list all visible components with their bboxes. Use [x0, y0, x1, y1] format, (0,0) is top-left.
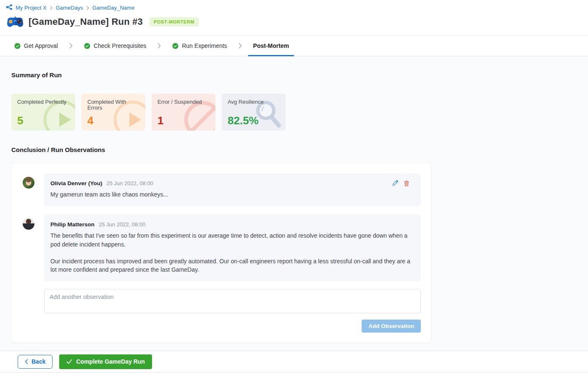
stat-label: Error / Suspended: [158, 99, 210, 115]
comment-card: Olivia Denver (You) 25 Jun 2022, 08:00 M…: [44, 173, 421, 206]
complete-gameday-run-button[interactable]: Complete GameDay Run: [59, 354, 152, 369]
edit-comment-button[interactable]: [392, 180, 399, 186]
summary-heading: Summary of Run: [11, 56, 577, 79]
stat-label: Avg Resilience: [228, 99, 280, 115]
breadcrumb-item-gamedays[interactable]: GameDays: [56, 5, 83, 11]
summary-cards: Completed Perfectly 5 Completed With Err…: [11, 94, 577, 131]
breadcrumb-item-gameday-name[interactable]: GameDay_Name: [92, 5, 134, 11]
breadcrumb-item-project[interactable]: My Project X: [16, 5, 47, 11]
add-observation-input[interactable]: [44, 289, 421, 313]
project-icon: [6, 4, 13, 11]
observations-heading: Conclusion / Run Observations: [11, 146, 577, 153]
step-label: Get Approval: [24, 42, 58, 49]
step-check-prerequisites[interactable]: Check Prerequisites: [84, 36, 146, 56]
title-row: [GameDay_Name] Run #3 POST-MORTERM: [6, 16, 588, 27]
stat-card-avg-resilience: Avg Resilience 82.5%: [222, 94, 286, 131]
chevron-right-icon: [238, 36, 242, 56]
comment-timestamp: 25 Jun 2022, 08:00: [99, 221, 145, 228]
stat-value: 82.5%: [228, 115, 280, 126]
step-label: Post-Mortem: [253, 42, 289, 49]
chevron-left-icon: [25, 359, 28, 364]
comment-row: Olivia Denver (You) 25 Jun 2022, 08:00 M…: [23, 173, 421, 206]
avatar: [23, 218, 34, 230]
page-header: My Project X GameDays GameDay_Name [Game…: [0, 0, 588, 35]
delete-comment-button[interactable]: [404, 180, 410, 186]
comment-row: Philip Matterson 25 Jun 2022, 08:00 The …: [23, 215, 421, 281]
step-label: Check Prerequisites: [94, 42, 146, 49]
stat-card-completed-perfectly: Completed Perfectly 5: [11, 94, 75, 131]
status-badge: POST-MORTERM: [150, 17, 199, 26]
main-content: Summary of Run Completed Perfectly 5 Com…: [0, 56, 588, 351]
chevron-right-icon: [86, 6, 89, 10]
comment-author: Olivia Denver (You): [50, 180, 102, 186]
gamepad-icon: [7, 16, 24, 27]
check-circle-icon: [84, 43, 90, 49]
comment-author: Philip Matterson: [50, 221, 94, 228]
run-stepper: Get Approval Check Prerequisites Run Exp…: [0, 35, 588, 56]
back-button[interactable]: Back: [18, 355, 52, 369]
avatar: [23, 177, 34, 189]
footer-bar: Back Complete GameDay Run: [0, 351, 588, 372]
comment-timestamp: 25 Jun 2022, 08:00: [107, 180, 153, 186]
page-title: [GameDay_Name] Run #3: [29, 16, 143, 27]
chevron-right-icon: [69, 36, 73, 56]
stat-card-error-suspended: Error / Suspended 1: [152, 94, 215, 131]
comment-text: My gamerun team acts like chaos monkeys.…: [50, 190, 415, 199]
chevron-right-icon: [50, 6, 53, 10]
step-label: Run Experiments: [182, 42, 227, 49]
check-circle-icon: [172, 43, 178, 49]
chevron-right-icon: [157, 36, 161, 56]
stat-card-completed-with-errors: Completed With Errors 4: [81, 94, 145, 131]
check-icon: [66, 359, 72, 364]
stat-value: 4: [87, 115, 139, 126]
step-post-mortem[interactable]: Post-Mortem: [253, 36, 289, 56]
observations-panel: Olivia Denver (You) 25 Jun 2022, 08:00 M…: [11, 162, 431, 343]
stat-value: 1: [158, 115, 210, 126]
check-circle-icon: [14, 43, 21, 49]
breadcrumb: My Project X GameDays GameDay_Name: [6, 4, 588, 11]
stat-label: Completed Perfectly: [17, 99, 69, 115]
add-observation-button[interactable]: Add Observation: [362, 320, 421, 333]
comment-text: The benefits that I've seen so far from …: [50, 231, 415, 274]
stat-label: Completed With Errors: [87, 99, 139, 115]
step-run-experiments[interactable]: Run Experiments: [172, 36, 227, 56]
stat-value: 5: [17, 115, 69, 126]
step-get-approval[interactable]: Get Approval: [14, 36, 58, 56]
comment-card: Philip Matterson 25 Jun 2022, 08:00 The …: [44, 215, 421, 281]
